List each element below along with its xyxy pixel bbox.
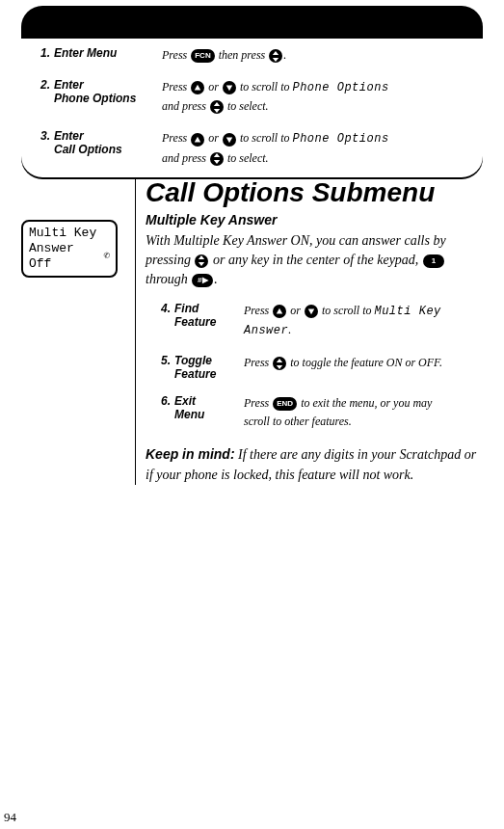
step-label: Exit Menu — [174, 394, 244, 431]
up-key-icon — [191, 133, 204, 147]
step-5: 5. Toggle Feature Press to toggle the fe… — [153, 354, 483, 381]
down-key-icon — [305, 305, 318, 318]
step-6: 6. Exit Menu Press END to exit the menu,… — [153, 394, 483, 431]
down-key-icon — [223, 133, 236, 147]
callout-line1: Multi Key — [29, 226, 110, 241]
lcd-text: Phone Options — [292, 81, 388, 94]
down-key-icon — [223, 81, 236, 94]
step-1: 1. Enter Menu Press FCN then press . — [35, 46, 469, 65]
lcd-text: Multi Key — [374, 305, 440, 318]
step-number: 4. — [153, 302, 174, 340]
step-number: 3. — [35, 129, 54, 167]
step-label: Enter Call Options — [54, 129, 162, 167]
updown-key-icon — [210, 152, 224, 166]
step-label: Enter Menu — [54, 46, 162, 65]
end-key-icon: END — [273, 397, 297, 411]
hash-key-icon: #▶ — [192, 274, 213, 287]
step-instruction: Press or to scroll to Phone Options and … — [162, 78, 469, 116]
step-instruction: Press END to exit the menu, or you may s… — [244, 394, 483, 431]
steps-panel: Getting to Call Options... 1. Enter Menu… — [21, 6, 483, 179]
step-instruction: Press FCN then press . — [162, 46, 469, 65]
step-2: 2. Enter Phone Options Press or to scrol… — [35, 78, 469, 116]
step-3: 3. Enter Call Options Press or to scroll… — [35, 129, 469, 167]
step-instruction: Press or to scroll to Multi Key Answer. — [244, 302, 483, 340]
step-label: Enter Phone Options — [54, 78, 162, 116]
up-key-icon — [273, 305, 286, 318]
step-number: 5. — [153, 354, 174, 381]
step-label: Find Feature — [174, 302, 244, 340]
phone-screen-callout: Multi Key Answer Off ✆ — [21, 220, 118, 279]
updown-key-icon — [195, 254, 208, 268]
step-number: 2. — [35, 78, 54, 116]
step-label: Toggle Feature — [174, 354, 244, 381]
steps-4-6: 4. Find Feature Press or to scroll to Mu… — [153, 302, 483, 432]
subsection-title: Multiple Key Answer — [146, 212, 483, 227]
step-instruction: Press or to scroll to Phone Options and … — [162, 129, 469, 167]
panel-body: 1. Enter Menu Press FCN then press . 2. … — [21, 39, 483, 177]
step-number: 6. — [153, 394, 174, 431]
fcn-key-icon: FCN — [191, 49, 214, 63]
lcd-text: Answer — [244, 324, 288, 337]
updown-key-icon — [269, 49, 282, 63]
keep-in-mind-note: Keep in mind: If there are any digits in… — [146, 444, 483, 485]
step-4: 4. Find Feature Press or to scroll to Mu… — [153, 302, 483, 340]
lcd-text: Phone Options — [292, 132, 388, 146]
one-key-icon: 1 — [423, 254, 444, 268]
step-number: 1. — [35, 46, 54, 65]
phone-icon: ✆ — [103, 250, 110, 263]
updown-key-icon — [210, 100, 224, 114]
panel-title: Getting to Call Options... — [21, 6, 483, 39]
up-key-icon — [191, 81, 204, 94]
updown-key-icon — [273, 357, 286, 370]
callout-line2: Answer Off — [29, 241, 103, 273]
body-paragraph: With Multiple Key Answer ON, you can ans… — [146, 231, 483, 290]
page-number: 94 — [4, 810, 16, 825]
step-instruction: Press to toggle the feature ON or OFF. — [244, 354, 483, 381]
section-heading: Call Options Submenu — [146, 179, 483, 206]
